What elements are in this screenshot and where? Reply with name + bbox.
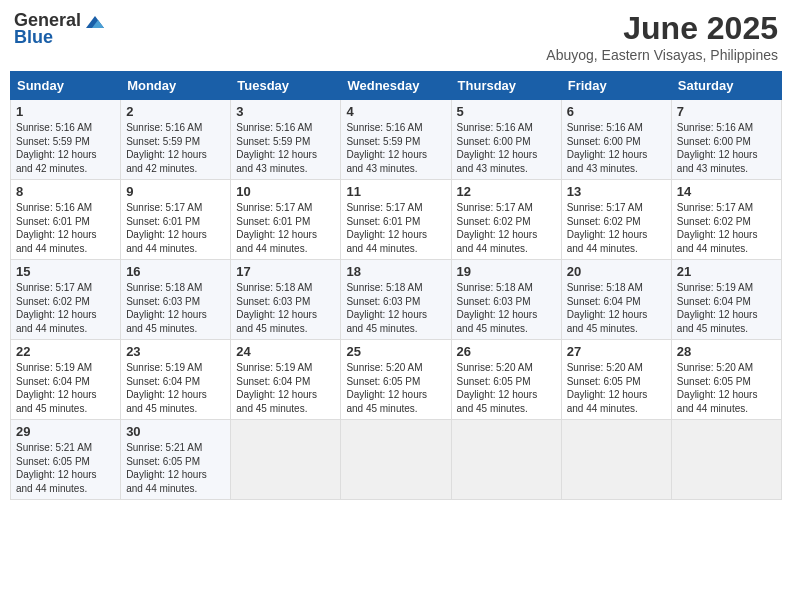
day-number: 11 <box>346 184 445 199</box>
day-number: 1 <box>16 104 115 119</box>
cell-content: Sunrise: 5:20 AMSunset: 6:05 PMDaylight:… <box>346 361 445 415</box>
cell-content: Sunrise: 5:16 AMSunset: 6:00 PMDaylight:… <box>457 121 556 175</box>
day-number: 4 <box>346 104 445 119</box>
table-cell: 24Sunrise: 5:19 AMSunset: 6:04 PMDayligh… <box>231 340 341 420</box>
calendar-header-row: Sunday Monday Tuesday Wednesday Thursday… <box>11 72 782 100</box>
cell-content: Sunrise: 5:19 AMSunset: 6:04 PMDaylight:… <box>126 361 225 415</box>
cell-content: Sunrise: 5:18 AMSunset: 6:03 PMDaylight:… <box>126 281 225 335</box>
table-cell: 10Sunrise: 5:17 AMSunset: 6:01 PMDayligh… <box>231 180 341 260</box>
col-thursday: Thursday <box>451 72 561 100</box>
day-number: 20 <box>567 264 666 279</box>
table-cell <box>561 420 671 500</box>
day-number: 22 <box>16 344 115 359</box>
table-cell: 3Sunrise: 5:16 AMSunset: 5:59 PMDaylight… <box>231 100 341 180</box>
table-cell: 5Sunrise: 5:16 AMSunset: 6:00 PMDaylight… <box>451 100 561 180</box>
logo-blue-text: Blue <box>14 27 53 48</box>
day-number: 13 <box>567 184 666 199</box>
table-cell: 15Sunrise: 5:17 AMSunset: 6:02 PMDayligh… <box>11 260 121 340</box>
cell-content: Sunrise: 5:16 AMSunset: 6:00 PMDaylight:… <box>677 121 776 175</box>
cell-content: Sunrise: 5:17 AMSunset: 6:02 PMDaylight:… <box>457 201 556 255</box>
day-number: 12 <box>457 184 556 199</box>
table-cell: 23Sunrise: 5:19 AMSunset: 6:04 PMDayligh… <box>121 340 231 420</box>
cell-content: Sunrise: 5:18 AMSunset: 6:03 PMDaylight:… <box>236 281 335 335</box>
table-cell: 13Sunrise: 5:17 AMSunset: 6:02 PMDayligh… <box>561 180 671 260</box>
table-cell: 7Sunrise: 5:16 AMSunset: 6:00 PMDaylight… <box>671 100 781 180</box>
day-number: 16 <box>126 264 225 279</box>
day-number: 6 <box>567 104 666 119</box>
col-friday: Friday <box>561 72 671 100</box>
table-cell: 18Sunrise: 5:18 AMSunset: 6:03 PMDayligh… <box>341 260 451 340</box>
table-cell: 28Sunrise: 5:20 AMSunset: 6:05 PMDayligh… <box>671 340 781 420</box>
cell-content: Sunrise: 5:17 AMSunset: 6:01 PMDaylight:… <box>236 201 335 255</box>
day-number: 3 <box>236 104 335 119</box>
table-cell: 11Sunrise: 5:17 AMSunset: 6:01 PMDayligh… <box>341 180 451 260</box>
table-cell: 2Sunrise: 5:16 AMSunset: 5:59 PMDaylight… <box>121 100 231 180</box>
day-number: 15 <box>16 264 115 279</box>
table-cell <box>671 420 781 500</box>
table-cell: 17Sunrise: 5:18 AMSunset: 6:03 PMDayligh… <box>231 260 341 340</box>
table-cell: 16Sunrise: 5:18 AMSunset: 6:03 PMDayligh… <box>121 260 231 340</box>
day-number: 27 <box>567 344 666 359</box>
day-number: 26 <box>457 344 556 359</box>
calendar-week-row: 22Sunrise: 5:19 AMSunset: 6:04 PMDayligh… <box>11 340 782 420</box>
table-cell: 20Sunrise: 5:18 AMSunset: 6:04 PMDayligh… <box>561 260 671 340</box>
calendar: Sunday Monday Tuesday Wednesday Thursday… <box>10 71 782 500</box>
cell-content: Sunrise: 5:17 AMSunset: 6:01 PMDaylight:… <box>346 201 445 255</box>
table-cell: 26Sunrise: 5:20 AMSunset: 6:05 PMDayligh… <box>451 340 561 420</box>
cell-content: Sunrise: 5:21 AMSunset: 6:05 PMDaylight:… <box>126 441 225 495</box>
day-number: 25 <box>346 344 445 359</box>
table-cell <box>451 420 561 500</box>
cell-content: Sunrise: 5:20 AMSunset: 6:05 PMDaylight:… <box>677 361 776 415</box>
cell-content: Sunrise: 5:16 AMSunset: 6:00 PMDaylight:… <box>567 121 666 175</box>
cell-content: Sunrise: 5:16 AMSunset: 5:59 PMDaylight:… <box>346 121 445 175</box>
day-number: 2 <box>126 104 225 119</box>
cell-content: Sunrise: 5:16 AMSunset: 5:59 PMDaylight:… <box>16 121 115 175</box>
calendar-week-row: 8Sunrise: 5:16 AMSunset: 6:01 PMDaylight… <box>11 180 782 260</box>
location-title: Abuyog, Eastern Visayas, Philippines <box>546 47 778 63</box>
day-number: 30 <box>126 424 225 439</box>
day-number: 9 <box>126 184 225 199</box>
cell-content: Sunrise: 5:20 AMSunset: 6:05 PMDaylight:… <box>457 361 556 415</box>
cell-content: Sunrise: 5:17 AMSunset: 6:02 PMDaylight:… <box>567 201 666 255</box>
month-title: June 2025 <box>546 10 778 47</box>
table-cell: 22Sunrise: 5:19 AMSunset: 6:04 PMDayligh… <box>11 340 121 420</box>
day-number: 8 <box>16 184 115 199</box>
cell-content: Sunrise: 5:17 AMSunset: 6:01 PMDaylight:… <box>126 201 225 255</box>
cell-content: Sunrise: 5:19 AMSunset: 6:04 PMDaylight:… <box>16 361 115 415</box>
cell-content: Sunrise: 5:16 AMSunset: 6:01 PMDaylight:… <box>16 201 115 255</box>
cell-content: Sunrise: 5:18 AMSunset: 6:03 PMDaylight:… <box>346 281 445 335</box>
table-cell: 9Sunrise: 5:17 AMSunset: 6:01 PMDaylight… <box>121 180 231 260</box>
table-cell: 6Sunrise: 5:16 AMSunset: 6:00 PMDaylight… <box>561 100 671 180</box>
table-cell: 14Sunrise: 5:17 AMSunset: 6:02 PMDayligh… <box>671 180 781 260</box>
day-number: 5 <box>457 104 556 119</box>
table-cell: 19Sunrise: 5:18 AMSunset: 6:03 PMDayligh… <box>451 260 561 340</box>
day-number: 21 <box>677 264 776 279</box>
col-saturday: Saturday <box>671 72 781 100</box>
day-number: 17 <box>236 264 335 279</box>
table-cell: 27Sunrise: 5:20 AMSunset: 6:05 PMDayligh… <box>561 340 671 420</box>
col-monday: Monday <box>121 72 231 100</box>
logo: General Blue <box>14 10 106 48</box>
cell-content: Sunrise: 5:20 AMSunset: 6:05 PMDaylight:… <box>567 361 666 415</box>
table-cell <box>231 420 341 500</box>
cell-content: Sunrise: 5:16 AMSunset: 5:59 PMDaylight:… <box>126 121 225 175</box>
table-cell: 25Sunrise: 5:20 AMSunset: 6:05 PMDayligh… <box>341 340 451 420</box>
table-cell: 30Sunrise: 5:21 AMSunset: 6:05 PMDayligh… <box>121 420 231 500</box>
day-number: 23 <box>126 344 225 359</box>
table-cell <box>341 420 451 500</box>
calendar-week-row: 1Sunrise: 5:16 AMSunset: 5:59 PMDaylight… <box>11 100 782 180</box>
cell-content: Sunrise: 5:18 AMSunset: 6:03 PMDaylight:… <box>457 281 556 335</box>
calendar-week-row: 29Sunrise: 5:21 AMSunset: 6:05 PMDayligh… <box>11 420 782 500</box>
table-cell: 8Sunrise: 5:16 AMSunset: 6:01 PMDaylight… <box>11 180 121 260</box>
logo-icon <box>84 14 106 30</box>
day-number: 24 <box>236 344 335 359</box>
day-number: 10 <box>236 184 335 199</box>
cell-content: Sunrise: 5:18 AMSunset: 6:04 PMDaylight:… <box>567 281 666 335</box>
day-number: 14 <box>677 184 776 199</box>
table-cell: 29Sunrise: 5:21 AMSunset: 6:05 PMDayligh… <box>11 420 121 500</box>
day-number: 28 <box>677 344 776 359</box>
day-number: 29 <box>16 424 115 439</box>
table-cell: 4Sunrise: 5:16 AMSunset: 5:59 PMDaylight… <box>341 100 451 180</box>
col-sunday: Sunday <box>11 72 121 100</box>
day-number: 18 <box>346 264 445 279</box>
